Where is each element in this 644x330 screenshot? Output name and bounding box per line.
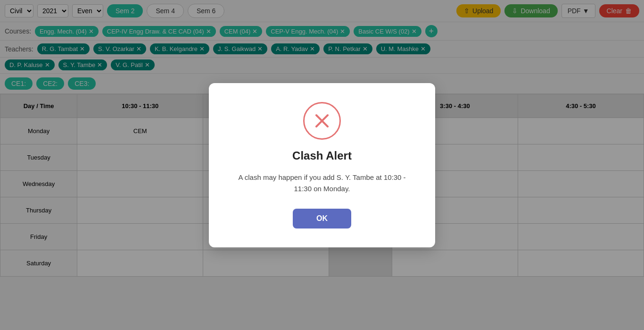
modal-title: Clash Alert	[232, 149, 412, 162]
modal-ok-button[interactable]: OK	[293, 209, 351, 228]
clash-alert-icon	[303, 102, 341, 140]
clash-alert-modal: Clash Alert A clash may happen if you ad…	[209, 83, 435, 247]
modal-message: A clash may happen if you add S. Y. Tamb…	[232, 172, 412, 195]
modal-overlay: Clash Alert A clash may happen if you ad…	[0, 0, 644, 330]
